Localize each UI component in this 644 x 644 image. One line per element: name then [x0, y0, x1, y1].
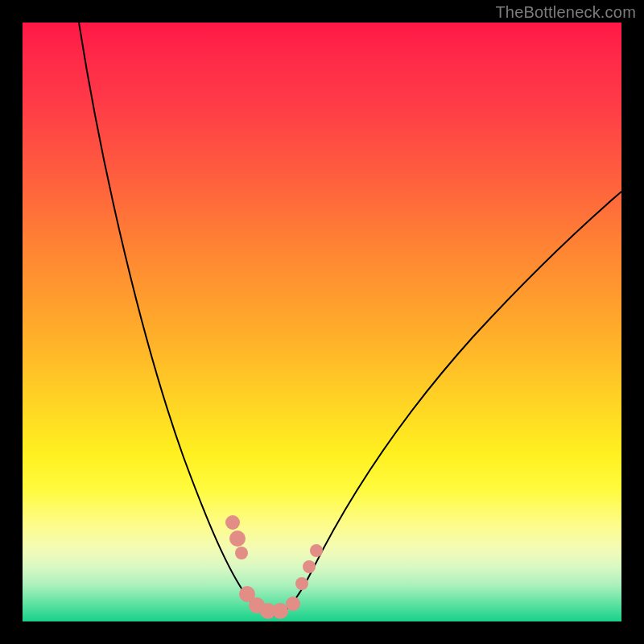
marker-dot	[310, 544, 323, 557]
plot-area	[23, 23, 621, 621]
marker-dot	[295, 577, 308, 590]
left-curve	[79, 23, 274, 616]
marker-dot	[272, 603, 288, 619]
curve-layer	[23, 23, 621, 621]
marker-dot	[303, 560, 316, 573]
watermark-text: TheBottleneck.com	[495, 3, 636, 22]
marker-dot	[286, 597, 300, 611]
marker-dot	[229, 530, 246, 547]
marker-dot	[225, 515, 240, 530]
chart-frame: TheBottleneck.com	[0, 0, 644, 644]
right-curve	[274, 192, 621, 616]
marker-dot	[235, 547, 248, 559]
